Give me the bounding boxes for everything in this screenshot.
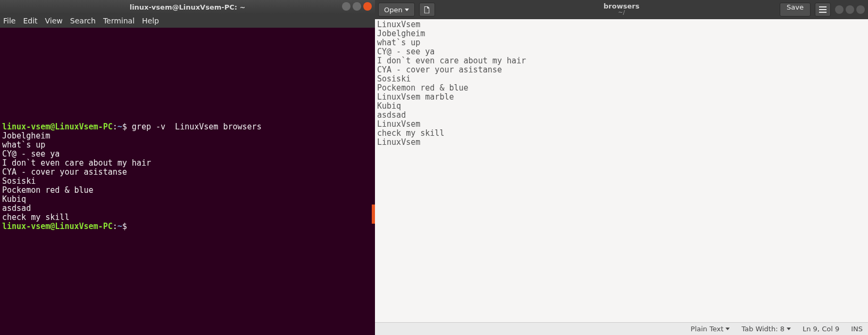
open-button-label: Open xyxy=(384,6,403,14)
editor-line: Kubiq xyxy=(377,102,866,111)
terminal-scrollbar[interactable] xyxy=(372,205,375,224)
prompt-symbol: $ xyxy=(122,122,127,132)
editor-line: check my skill xyxy=(377,129,866,138)
editor-line: CY@ - see ya xyxy=(377,47,866,56)
editor-statusbar: Plain Text Tab Width: 8 Ln 9, Col 9 INS xyxy=(375,322,868,335)
terminal-output-line: Kubiq xyxy=(2,195,373,204)
menu-help[interactable]: Help xyxy=(142,17,159,25)
status-insert-label: INS xyxy=(851,325,863,333)
minimize-icon[interactable] xyxy=(342,2,350,11)
new-document-button[interactable] xyxy=(419,3,435,17)
terminal-body[interactable]: linux-vsem@LinuxVsem-PC:~$ grep -v Linux… xyxy=(0,28,375,335)
editor-window-controls xyxy=(835,5,865,14)
terminal-output-line: CY@ - see ya xyxy=(2,150,373,159)
terminal-prompt-line: linux-vsem@LinuxVsem-PC:~$ grep -v Linux… xyxy=(2,122,373,132)
terminal-output-line: Jobelgheim xyxy=(2,132,373,141)
terminal-output-line: check my skill xyxy=(2,213,373,222)
terminal-output-line: CYA - cover your asistanse xyxy=(2,168,373,177)
editor-line: asdsad xyxy=(377,111,866,120)
open-button[interactable]: Open xyxy=(378,3,415,17)
editor-line: LinuxVsem xyxy=(377,20,866,29)
close-icon[interactable] xyxy=(363,2,372,11)
prompt-user-host: linux-vsem@LinuxVsem-PC xyxy=(2,122,113,132)
menu-file[interactable]: File xyxy=(3,17,15,25)
editor-title-area: browsers ~/ xyxy=(604,3,639,16)
terminal-command: grep -v LinuxVsem browsers xyxy=(132,122,262,132)
terminal-output-line: Sosiski xyxy=(2,177,373,186)
editor-line: Jobelgheim xyxy=(377,29,866,38)
terminal-menubar: File Edit View Search Terminal Help xyxy=(0,14,375,28)
editor-line: LinuxVsem xyxy=(377,120,866,129)
chevron-down-icon xyxy=(787,328,791,330)
editor-line: CYA - cover your asistanse xyxy=(377,66,866,75)
chevron-down-icon xyxy=(725,328,730,330)
editor-line: Sosiski xyxy=(377,75,866,84)
chevron-down-icon xyxy=(405,9,409,11)
maximize-icon[interactable] xyxy=(846,5,854,14)
editor-line: LinuxVsem marble xyxy=(377,93,866,102)
editor-headerbar[interactable]: Open browsers ~/ Save xyxy=(375,0,868,19)
terminal-output-line: asdsad xyxy=(2,204,373,213)
editor-line: I don`t even care about my hair xyxy=(377,56,866,66)
terminal-title: linux-vsem@LinuxVsem-PC: ~ xyxy=(130,3,246,11)
terminal-output-line: Pockemon red & blue xyxy=(2,186,373,195)
close-icon[interactable] xyxy=(856,5,865,14)
editor-window: Open browsers ~/ Save LinuxVsem Jobelghe… xyxy=(375,0,868,335)
menu-edit[interactable]: Edit xyxy=(23,17,37,25)
menu-search[interactable]: Search xyxy=(70,17,96,25)
status-tab-width-label: Tab Width: 8 xyxy=(741,325,784,333)
status-tab-width[interactable]: Tab Width: 8 xyxy=(741,325,791,333)
status-syntax[interactable]: Plain Text xyxy=(691,325,730,333)
editor-text-area[interactable]: LinuxVsem Jobelgheim what`s up CY@ - see… xyxy=(375,19,868,322)
terminal-output-line: what`s up xyxy=(2,141,373,150)
status-position-label: Ln 9, Col 9 xyxy=(803,325,839,333)
status-cursor-position[interactable]: Ln 9, Col 9 xyxy=(803,325,839,333)
status-syntax-label: Plain Text xyxy=(691,325,724,333)
new-document-icon xyxy=(423,6,431,14)
terminal-output-line: I don`t even care about my hair xyxy=(2,159,373,168)
terminal-window-controls xyxy=(342,2,372,11)
menu-view[interactable]: View xyxy=(45,17,63,25)
terminal-prompt-line: linux-vsem@LinuxVsem-PC:~$ xyxy=(2,222,373,231)
hamburger-icon xyxy=(819,6,827,13)
terminal-window: linux-vsem@LinuxVsem-PC: ~ File Edit Vie… xyxy=(0,0,375,335)
minimize-icon[interactable] xyxy=(835,5,844,14)
terminal-titlebar[interactable]: linux-vsem@LinuxVsem-PC: ~ xyxy=(0,0,375,14)
maximize-icon[interactable] xyxy=(353,2,361,11)
editor-line: LinuxVsem xyxy=(377,138,866,147)
editor-line: Pockemon red & blue xyxy=(377,84,866,93)
hamburger-menu-button[interactable] xyxy=(815,3,831,17)
menu-terminal[interactable]: Terminal xyxy=(103,17,135,25)
editor-line: what`s up xyxy=(377,38,866,47)
status-insert-mode[interactable]: INS xyxy=(851,325,863,333)
terminal-content: linux-vsem@LinuxVsem-PC:~$ grep -v Linux… xyxy=(2,122,373,231)
save-button[interactable]: Save xyxy=(780,3,811,17)
editor-document-path: ~/ xyxy=(604,10,639,16)
prompt-path: ~ xyxy=(118,122,122,132)
